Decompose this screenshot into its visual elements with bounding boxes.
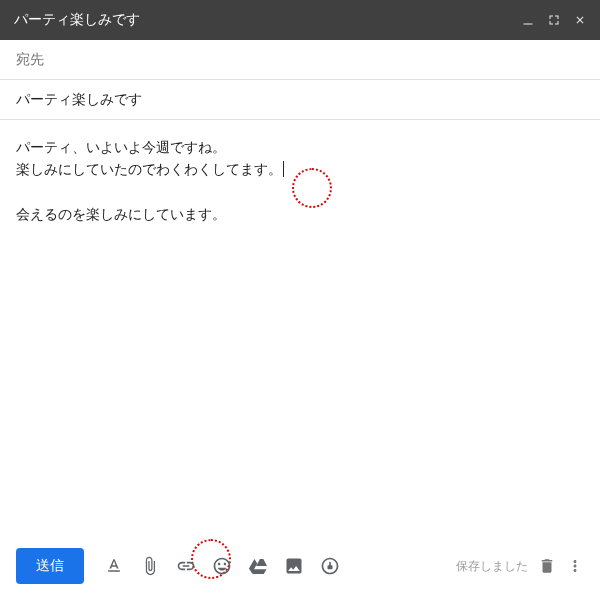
send-button[interactable]: 送信 — [16, 548, 84, 584]
subject-row[interactable]: パーティ楽しみです — [0, 80, 600, 120]
body-line-3: 会えるのを楽しみにしています。 — [16, 203, 584, 225]
image-icon[interactable] — [278, 550, 310, 582]
expand-icon[interactable] — [548, 14, 560, 26]
window-controls — [522, 14, 586, 26]
more-icon[interactable] — [566, 557, 584, 575]
recipients-row[interactable]: 宛先 — [0, 40, 600, 80]
emoji-icon[interactable] — [206, 550, 238, 582]
compose-title: パーティ楽しみです — [14, 11, 140, 29]
trash-icon[interactable] — [538, 557, 556, 575]
formatting-icon[interactable] — [98, 550, 130, 582]
minimize-icon[interactable] — [522, 14, 534, 26]
blank-line — [16, 181, 584, 203]
email-body[interactable]: パーティ、いよいよ今週ですね。 楽しみにしていたのでわくわくしてます。 会えるの… — [0, 120, 600, 550]
body-line-1: パーティ、いよいよ今週ですね。 — [16, 136, 584, 158]
close-icon[interactable] — [574, 14, 586, 26]
footer-toolbar-right: 保存しました — [456, 557, 584, 575]
svg-rect-0 — [524, 24, 533, 25]
compose-header: パーティ楽しみです — [0, 0, 600, 40]
attach-icon[interactable] — [134, 550, 166, 582]
body-line-2: 楽しみにしていたのでわくわくしてます。 — [16, 158, 584, 180]
drive-icon[interactable] — [242, 550, 274, 582]
recipients-label: 宛先 — [16, 51, 44, 67]
link-icon[interactable] — [170, 550, 202, 582]
saved-status: 保存しました — [456, 558, 528, 575]
text-cursor — [283, 161, 284, 177]
subject-text: パーティ楽しみです — [16, 91, 142, 107]
confidential-icon[interactable] — [314, 550, 346, 582]
footer-toolbar-left: 送信 — [16, 548, 346, 584]
compose-footer: 送信 保存しました — [0, 537, 600, 595]
